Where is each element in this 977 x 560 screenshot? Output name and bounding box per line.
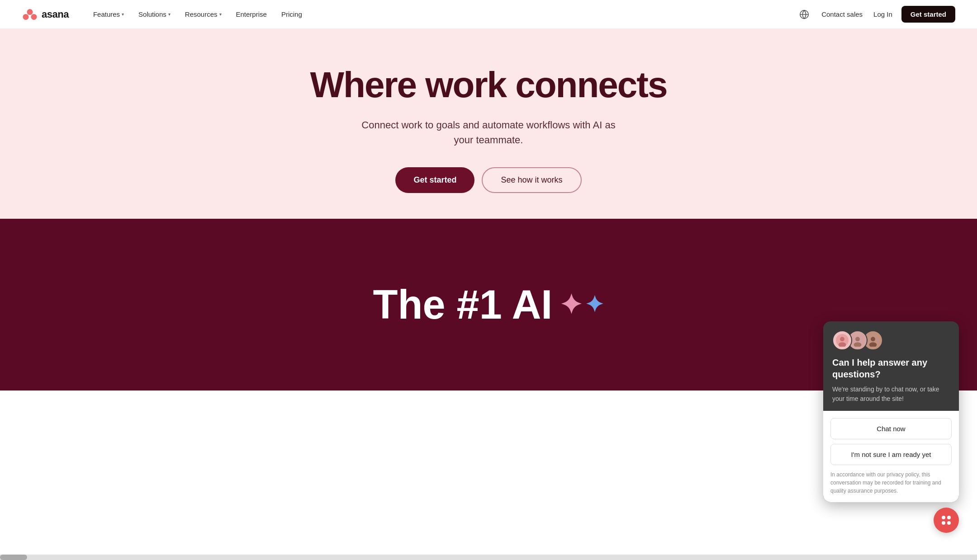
svg-point-5 xyxy=(840,337,844,341)
nav-features[interactable]: Features ▾ xyxy=(87,7,130,22)
dark-section-title: The #1 AI ✦ ✦ xyxy=(373,282,604,328)
nav-resources[interactable]: Resources ▾ xyxy=(179,7,228,22)
logo-link[interactable]: asana xyxy=(22,6,69,23)
nav-links: Features ▾ Solutions ▾ Resources ▾ Enter… xyxy=(87,7,796,22)
hero-title: Where work connects xyxy=(18,65,959,105)
chat-popup-header: Can I help answer any questions? We're s… xyxy=(823,321,959,391)
hero-see-how-button[interactable]: See how it works xyxy=(482,167,581,193)
chevron-down-icon: ▾ xyxy=(168,12,171,17)
hero-get-started-button[interactable]: Get started xyxy=(395,167,474,193)
chat-popup-title: Can I help answer any questions? xyxy=(832,357,950,380)
hero-section: Where work connects Connect work to goal… xyxy=(0,29,977,219)
hero-subtitle: Connect work to goals and automate workf… xyxy=(353,118,624,147)
svg-point-0 xyxy=(27,9,33,15)
sparkle-blue-icon: ✦ xyxy=(585,292,604,318)
svg-point-11 xyxy=(871,337,875,341)
svg-point-1 xyxy=(23,14,29,19)
sparkle-decoration: ✦ ✦ xyxy=(560,289,604,320)
svg-point-8 xyxy=(855,337,860,341)
avatar-face-3 xyxy=(867,334,879,347)
avatar-face-2 xyxy=(851,334,864,347)
asana-logo-icon xyxy=(22,6,38,23)
contact-sales-link[interactable]: Contact sales xyxy=(820,7,864,22)
nav-enterprise[interactable]: Enterprise xyxy=(230,7,273,22)
avatar-face-1 xyxy=(836,334,849,347)
language-button[interactable] xyxy=(796,6,812,23)
nav-right: Contact sales Log In Get started xyxy=(796,6,955,23)
chat-avatars xyxy=(832,330,950,350)
nav-pricing[interactable]: Pricing xyxy=(275,7,308,22)
chevron-down-icon: ▾ xyxy=(219,12,222,17)
logo-text: asana xyxy=(42,9,69,20)
nav-solutions[interactable]: Solutions ▾ xyxy=(132,7,177,22)
hero-buttons: Get started See how it works xyxy=(18,167,959,193)
login-link[interactable]: Log In xyxy=(872,7,894,22)
chat-popup-subtitle: We're standing by to chat now, or take y… xyxy=(832,385,950,391)
sparkle-pink-icon: ✦ xyxy=(560,289,582,320)
chat-popup: Can I help answer any questions? We're s… xyxy=(823,321,959,391)
svg-point-2 xyxy=(31,14,37,19)
chevron-down-icon: ▾ xyxy=(122,12,124,17)
navbar: asana Features ▾ Solutions ▾ Resources ▾… xyxy=(0,0,977,29)
get-started-nav-button[interactable]: Get started xyxy=(901,6,955,23)
chat-widget: Can I help answer any questions? We're s… xyxy=(823,321,959,391)
avatar xyxy=(832,330,852,350)
globe-icon xyxy=(799,9,809,19)
